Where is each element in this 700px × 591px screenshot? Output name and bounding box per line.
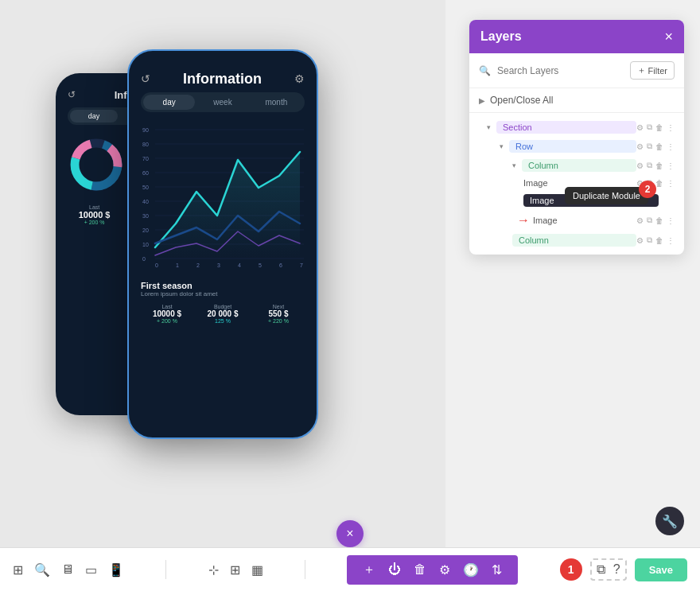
help-icon[interactable]: ? [613, 562, 620, 577]
toolbar-left-group: ⊞ 🔍 🖥 ▭ 📱 [13, 562, 124, 577]
img3-settings-icon[interactable]: ⚙ [636, 216, 644, 225]
col2-delete-icon[interactable]: 🗑 [655, 236, 663, 245]
section-label: Section [496, 121, 636, 134]
front-line-chart: 90 80 70 60 50 40 30 20 10 0 [141, 120, 308, 271]
back-tab-day: day [70, 110, 118, 122]
clock-icon[interactable]: 🕐 [463, 562, 479, 577]
col2-more-icon[interactable]: ⋮ [667, 236, 675, 245]
filter-icon: ＋ [637, 64, 646, 76]
open-close-row[interactable]: ▶ Open/Close All [469, 88, 684, 113]
season-desc: Lorem ipsum dolor sit amet [141, 290, 305, 297]
filter-label: Filter [648, 66, 667, 76]
section-duplicate-icon[interactable]: ⧉ [647, 122, 652, 132]
chevron-right-icon: ▶ [479, 96, 485, 105]
close-icon-btn[interactable]: × [336, 520, 364, 547]
back-history-icon: ↺ [68, 89, 76, 100]
grid2-icon[interactable]: ⊞ [230, 562, 240, 577]
row-settings-icon[interactable]: ⚙ [636, 142, 644, 151]
tree-container: ▾ Section ⚙ ⧉ 🗑 ⋮ ▾ Row ⚙ ⧉ 🗑 ⋮ ▾ Column [469, 113, 684, 255]
col2-duplicate-icon[interactable]: ⧉ [647, 235, 652, 245]
col1-duplicate-icon[interactable]: ⧉ [647, 161, 652, 170]
toolbar-right-group: 1 ⧉ ? Save [560, 558, 687, 581]
layers-close-button[interactable]: × [664, 29, 673, 44]
svg-text:6: 6 [279, 262, 282, 268]
svg-text:4: 4 [238, 262, 241, 268]
column1-icons: ⚙ ⧉ 🗑 ⋮ [636, 161, 675, 170]
grid-icon[interactable]: ⊞ [13, 562, 23, 577]
svg-text:1: 1 [176, 262, 179, 268]
img3-duplicate-icon[interactable]: ⧉ [647, 216, 652, 225]
layers-search-row: 🔍 ＋ Filter [469, 53, 684, 88]
tree-item-column2[interactable]: Column ⚙ ⧉ 🗑 ⋮ [469, 231, 684, 250]
image3-label: Image [533, 216, 636, 225]
tablet-icon[interactable]: ▭ [85, 562, 97, 577]
season-label: First season [141, 281, 305, 290]
svg-text:5: 5 [259, 262, 262, 268]
select-icon[interactable]: ⊹ [208, 562, 219, 577]
svg-text:10: 10 [142, 242, 149, 247]
section-delete-icon[interactable]: 🗑 [655, 123, 663, 132]
tree-item-row[interactable]: ▾ Row ⚙ ⧉ 🗑 ⋮ [469, 137, 684, 156]
svg-text:0: 0 [142, 256, 146, 262]
tree-item-image2[interactable]: Image Duplicate Module 2 ⚙ ⧉ [469, 191, 684, 210]
badge-2: 2 [639, 181, 656, 198]
col1-more-icon[interactable]: ⋮ [667, 161, 675, 170]
layers-icon[interactable]: ⧉ [597, 562, 605, 577]
divider2 [305, 560, 305, 579]
phone-front-tabs: day week month [141, 92, 305, 112]
toolbar-select-group: ⊹ ⊞ ▦ [208, 562, 263, 577]
front-history-icon: ↺ [141, 72, 150, 85]
tree-item-column1[interactable]: ▾ Column ⚙ ⧉ 🗑 ⋮ [469, 156, 684, 175]
trash-icon[interactable]: 🗑 [414, 562, 426, 577]
column1-toggle-icon: ▾ [512, 161, 522, 169]
phone-front-header: ↺ Information ⚙ [141, 71, 305, 87]
settings-wrench-icon: 🔧 [662, 514, 678, 529]
col1-delete-icon[interactable]: 🗑 [655, 161, 663, 170]
section-toggle-icon: ▾ [487, 123, 496, 131]
section-settings-icon[interactable]: ⚙ [636, 123, 644, 132]
phone-icon[interactable]: 📱 [108, 562, 124, 577]
section-icons: ⚙ ⧉ 🗑 ⋮ [636, 122, 675, 132]
svg-text:30: 30 [142, 213, 149, 219]
save-button[interactable]: Save [635, 558, 687, 581]
col1-settings-icon[interactable]: ⚙ [636, 161, 644, 170]
front-tab-week: week [196, 95, 248, 110]
section-more-icon[interactable]: ⋮ [667, 123, 675, 132]
monitor-icon[interactable]: 🖥 [61, 562, 74, 577]
column1-label: Column [522, 159, 636, 172]
svg-text:90: 90 [142, 127, 149, 133]
img3-delete-icon[interactable]: 🗑 [655, 216, 663, 225]
svg-text:80: 80 [142, 142, 149, 147]
row-more-icon[interactable]: ⋮ [667, 142, 675, 151]
settings-icon[interactable]: ⚙ [439, 562, 450, 577]
layers-header: Layers × [469, 20, 684, 53]
tree-item-section[interactable]: ▾ Section ⚙ ⧉ 🗑 ⋮ [469, 118, 684, 137]
column2-icons: ⚙ ⧉ 🗑 ⋮ [636, 235, 675, 245]
duplicate-tooltip: Duplicate Module 2 [565, 187, 648, 204]
img2-duplicate-icon[interactable]: ⧉ [669, 196, 675, 205]
sliders-icon[interactable]: ⇅ [492, 562, 502, 577]
layers-title: Layers [480, 29, 522, 44]
badge-1: 1 [560, 558, 582, 581]
col2-settings-icon[interactable]: ⚙ [636, 236, 644, 245]
svg-text:40: 40 [142, 199, 149, 204]
svg-text:70: 70 [142, 156, 149, 161]
power-icon[interactable]: ⏻ [388, 562, 401, 577]
add-icon[interactable]: ＋ [363, 562, 375, 578]
row-delete-icon[interactable]: 🗑 [655, 142, 663, 151]
arrow-right-icon: → [517, 213, 530, 227]
img1-more-icon[interactable]: ⋮ [667, 179, 675, 188]
open-close-label: Open/Close All [490, 95, 553, 106]
img1-delete-icon[interactable]: 🗑 [655, 179, 663, 188]
search-icon[interactable]: 🔍 [34, 562, 50, 577]
row-duplicate-icon[interactable]: ⧉ [647, 142, 652, 151]
img3-more-icon[interactable]: ⋮ [667, 216, 675, 225]
canvas-close-button[interactable]: × [336, 520, 364, 547]
tree-item-image3[interactable]: → Image ⚙ ⧉ 🗑 ⋮ [469, 210, 684, 231]
floating-settings-button[interactable]: 🔧 [655, 507, 684, 535]
image3-icons: ⚙ ⧉ 🗑 ⋮ [636, 216, 675, 225]
img2-settings-icon[interactable]: ⚙ [659, 196, 666, 205]
filter-button[interactable]: ＋ Filter [630, 61, 675, 80]
layout-icon[interactable]: ▦ [251, 562, 263, 577]
layers-search-input[interactable] [497, 65, 624, 76]
